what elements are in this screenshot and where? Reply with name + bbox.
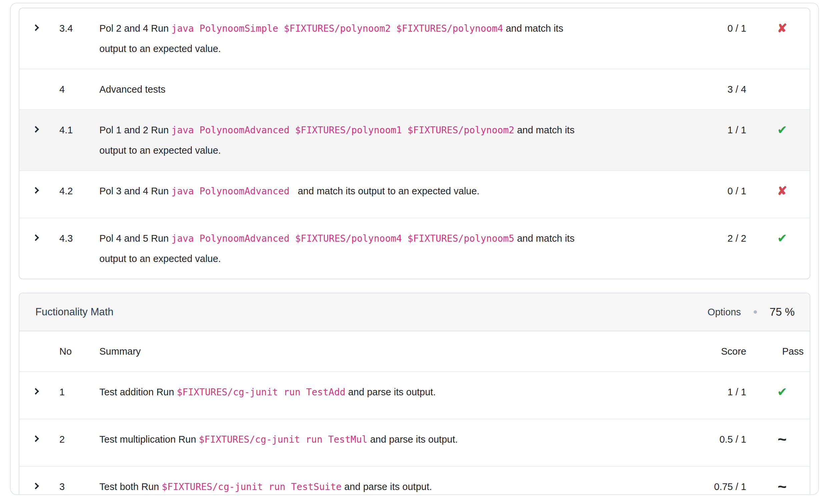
- fail-status-icon: ✘: [777, 18, 787, 38]
- row-summary: Test multiplication Run $FIXTURES/cg-jun…: [84, 419, 589, 466]
- row-number: 4: [46, 69, 84, 110]
- command-code: $FIXTURES/cg-junit run TestAdd: [177, 387, 346, 398]
- score-value: 1 / 1: [685, 110, 755, 171]
- chevron-right-icon[interactable]: [33, 181, 41, 201]
- functionality-math-card: Fuctionality Math Options 75 % No Summar…: [19, 293, 810, 495]
- chevron-right-icon[interactable]: [33, 228, 41, 248]
- fail-status-icon: ✘: [777, 181, 787, 201]
- row-summary: Pol 2 and 4 Run java PolynoomSimple $FIX…: [84, 8, 589, 69]
- chevron-right-icon[interactable]: [33, 382, 41, 402]
- row-number: 2: [46, 419, 84, 466]
- table-header-row: No Summary Score Pass: [19, 331, 810, 372]
- command-code: java PolynoomSimple $FIXTURES/polynoom2 …: [171, 23, 503, 34]
- row-number: 4.1: [46, 110, 84, 171]
- score-value: 0 / 1: [685, 8, 755, 69]
- row-summary: Test both Run $FIXTURES/cg-junit run Tes…: [84, 466, 589, 495]
- score-value: 1 / 1: [685, 372, 755, 419]
- row-summary: Test addition Run $FIXTURES/cg-junit run…: [84, 372, 589, 419]
- chevron-right-icon[interactable]: [33, 429, 41, 449]
- row-summary: Pol 1 and 2 Run java PolynoomAdvanced $F…: [84, 110, 589, 171]
- command-code: java PolynoomAdvanced: [171, 186, 295, 197]
- test-results-card: 3.4 Pol 2 and 4 Run java PolynoomSimple …: [19, 8, 810, 279]
- row-number: 4.3: [46, 218, 84, 279]
- score-value: 0.75 / 1: [685, 466, 755, 495]
- pass-status-icon: ✔: [777, 120, 787, 140]
- chevron-right-icon[interactable]: [33, 477, 41, 495]
- score-value: 0.5 / 1: [685, 419, 755, 466]
- card-header: Fuctionality Math Options 75 %: [19, 293, 810, 331]
- command-code: $FIXTURES/cg-junit run TestMul: [199, 434, 367, 445]
- command-code: $FIXTURES/cg-junit run TestSuite: [162, 481, 341, 492]
- category-row: 4 Advanced tests 3 / 4: [19, 69, 810, 110]
- chevron-right-icon[interactable]: [33, 120, 41, 140]
- score-value: 0 / 1: [685, 171, 755, 218]
- command-code: java PolynoomAdvanced $FIXTURES/polynoom…: [171, 233, 514, 244]
- no-column-header: No: [46, 331, 84, 372]
- test-row[interactable]: 1 Test addition Run $FIXTURES/cg-junit r…: [19, 372, 810, 419]
- card-title: Fuctionality Math: [35, 302, 113, 322]
- test-row[interactable]: 3 Test both Run $FIXTURES/cg-junit run T…: [19, 466, 810, 495]
- row-summary: Advanced tests: [84, 69, 589, 110]
- row-number: 3: [46, 466, 84, 495]
- command-code: java PolynoomAdvanced $FIXTURES/polynoom…: [171, 125, 514, 136]
- score-column-header: Score: [685, 331, 755, 372]
- score-value: 3 / 4: [685, 69, 755, 110]
- test-row[interactable]: 3.4 Pol 2 and 4 Run java PolynoomSimple …: [19, 8, 810, 69]
- pass-status-icon: ✔: [777, 382, 787, 402]
- summary-column-header: Summary: [84, 331, 589, 372]
- row-number: 1: [46, 372, 84, 419]
- pass-status-icon: ✔: [777, 228, 787, 248]
- test-results-table: 3.4 Pol 2 and 4 Run java PolynoomSimple …: [19, 8, 810, 279]
- test-row[interactable]: 4.3 Pol 4 and 5 Run java PolynoomAdvance…: [19, 218, 810, 279]
- functionality-math-table: No Summary Score Pass 1 Test addition Ru…: [19, 331, 810, 495]
- percentage-value: 75 %: [770, 302, 795, 322]
- results-panel: 3.4 Pol 2 and 4 Run java PolynoomSimple …: [10, 3, 819, 495]
- row-summary: Pol 3 and 4 Run java PolynoomAdvanced an…: [84, 171, 589, 218]
- pass-column-header: Pass: [755, 331, 810, 372]
- chevron-right-icon[interactable]: [33, 18, 41, 38]
- row-number: 3.4: [46, 8, 84, 69]
- partial-status-icon: ~: [778, 477, 787, 495]
- test-row[interactable]: 4.1 Pol 1 and 2 Run java PolynoomAdvance…: [19, 110, 810, 171]
- score-value: 2 / 2: [685, 218, 755, 279]
- test-row[interactable]: 2 Test multiplication Run $FIXTURES/cg-j…: [19, 419, 810, 466]
- row-number: 4.2: [46, 171, 84, 218]
- partial-status-icon: ~: [778, 429, 787, 449]
- options-button[interactable]: Options: [708, 302, 741, 322]
- test-row[interactable]: 4.2 Pol 3 and 4 Run java PolynoomAdvance…: [19, 171, 810, 218]
- row-summary: Pol 4 and 5 Run java PolynoomAdvanced $F…: [84, 218, 589, 279]
- dot-separator-icon: [754, 310, 757, 314]
